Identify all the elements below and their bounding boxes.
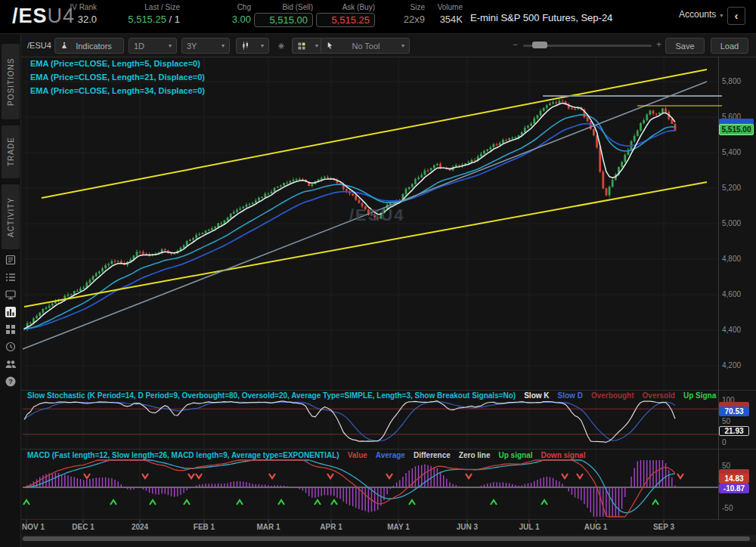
svg-text:5,200: 5,200 (722, 184, 741, 192)
down-signal-icon (466, 474, 472, 478)
svg-text:4,400: 4,400 (722, 326, 741, 334)
down-signal-icon (562, 474, 568, 478)
flask-icon (60, 41, 69, 51)
down-signal-icon (188, 474, 194, 478)
slow-d-badge: 70.53 (719, 406, 749, 416)
chart-toolbar: /ESU4 Indicators 1D▾ 3Y▾ ▾ ▾ No Tool ▾ −… (21, 34, 756, 57)
indicators-button[interactable]: Indicators (54, 38, 124, 54)
macd-legend[interactable]: MACD (Fast length=12, Slow length=26, MA… (27, 451, 717, 461)
chart-icon (5, 306, 17, 318)
up-signal-icon (541, 500, 547, 505)
slow-k-badge: 21.93 (719, 426, 749, 436)
ema5-study-label[interactable]: EMA (Price=CLOSE, Length=5, Displace=0) (30, 59, 200, 68)
drawing-tool-dropdown[interactable]: No Tool ▾ (321, 38, 410, 54)
x-axis-labels: NOV 1DEC 12024FEB 1MAR 1APR 1MAY 1JUN 3J… (22, 520, 675, 531)
macd-diff-badge: -10.87 (719, 484, 749, 493)
clock-icon (5, 341, 17, 353)
people-icon (5, 358, 17, 370)
sidebar-tab-activity[interactable]: ACTIVITY (2, 184, 20, 249)
svg-text:5,000: 5,000 (722, 219, 741, 227)
sidebar-tab-trade[interactable]: TRADE (2, 125, 20, 178)
down-signal-icon (196, 474, 202, 478)
ask-label: Ask (Buy) (316, 3, 375, 11)
volume-field: Volume 354K (428, 3, 463, 25)
down-signal-icon (677, 474, 683, 478)
chevron-down-icon: ▾ (401, 42, 404, 49)
chart-type-dropdown[interactable]: ▾ (236, 38, 269, 54)
monitor-icon (5, 289, 17, 301)
svg-text:4,200: 4,200 (722, 361, 741, 369)
symbol-watermark: /ESU4 (349, 206, 405, 225)
svg-text:50: 50 (722, 417, 731, 425)
chevron-down-icon: ▾ (261, 42, 264, 49)
ema21-study-label[interactable]: EMA (Price=CLOSE, Length=21, Displace=0) (30, 73, 205, 82)
sidebar-item-apps[interactable] (5, 323, 17, 335)
svg-text:2024: 2024 (132, 523, 149, 531)
zoom-in-icon[interactable]: + (656, 39, 662, 50)
chart-canvas[interactable]: 5,8005,6005,4005,2005,0004,8004,6004,400… (21, 57, 756, 547)
macd-study-label[interactable]: MACD (Fast length=12, Slow length=26, MA… (27, 451, 339, 459)
last-size-field: Last / Size 5,515.25 / 1 (98, 3, 180, 25)
down-signal-icon (84, 474, 90, 478)
chevron-down-icon: ▾ (720, 12, 723, 19)
cursor-icon (326, 41, 334, 51)
up-signal-icon (237, 500, 243, 505)
svg-text:JUN 3: JUN 3 (457, 523, 479, 531)
svg-text:MAY 1: MAY 1 (387, 523, 410, 531)
zoom-out-icon[interactable]: − (513, 39, 518, 50)
volume-label: Volume (428, 3, 463, 11)
chg-label: Chg (216, 3, 251, 11)
iv-rank-label: IV Rank (45, 3, 97, 11)
load-button[interactable]: Load (711, 38, 748, 54)
iv-rank-field: IV Rank 32.0 (45, 3, 97, 25)
size-value: 22x9 (393, 14, 425, 25)
grid-icon (5, 323, 17, 335)
sidebar-item-monitor[interactable] (5, 289, 17, 301)
stochastic-legend[interactable]: Slow Stochastic (K Period=14, D Period=9… (27, 391, 717, 401)
left-sidebar: POSITIONS TRADE ACTIVITY ? (0, 34, 21, 547)
sidebar-item-history[interactable] (5, 341, 17, 353)
up-signal-icon (331, 500, 337, 505)
stochastic-study-label[interactable]: Slow Stochastic (K Period=14, D Period=9… (27, 391, 516, 400)
svg-text:APR 1: APR 1 (320, 523, 342, 531)
iv-rank-value: 32.0 (45, 14, 97, 25)
chg-value: 3.00 (216, 14, 251, 25)
timeframe-dropdown[interactable]: 1D▾ (129, 38, 177, 54)
sidebar-item-help[interactable]: ? (5, 375, 17, 388)
down-signal-icon (577, 474, 583, 478)
sidebar-item-news[interactable] (5, 254, 17, 266)
ask-button[interactable]: 5,515.25 (316, 13, 375, 27)
down-signal-icon (386, 474, 392, 478)
ask-field: Ask (Buy) 5,515.25 (316, 3, 375, 27)
up-signal-icon (409, 500, 415, 505)
svg-text:DEC 1: DEC 1 (72, 523, 94, 531)
sidebar-item-share[interactable] (5, 358, 17, 370)
svg-text:5,400: 5,400 (722, 148, 741, 156)
ema34-study-label[interactable]: EMA (Price=CLOSE, Length=34, Displace=0) (30, 86, 205, 95)
range-dropdown[interactable]: 3Y▾ (181, 38, 230, 54)
svg-text:0: 0 (722, 438, 727, 447)
contract-description: E-mini S&P 500 Futures, Sep-24 (470, 12, 612, 23)
down-signal-icon (327, 474, 333, 478)
collapse-panel-button[interactable]: ‹ (727, 7, 745, 25)
svg-text:NOV 1: NOV 1 (22, 523, 45, 531)
chart-settings-button[interactable] (272, 38, 290, 54)
layout-dropdown[interactable]: ▾ (292, 38, 324, 54)
sidebar-item-watchlist[interactable] (5, 271, 17, 283)
sidebar-tab-positions[interactable]: POSITIONS (2, 44, 20, 119)
chevron-down-icon: ▾ (169, 42, 172, 49)
chart-scrollbar-thumb[interactable] (23, 536, 750, 541)
toolbar-symbol-tab[interactable]: /ESU4 (27, 41, 51, 50)
bid-button[interactable]: 5,515.00 (254, 13, 313, 27)
up-signal-icon (314, 500, 321, 505)
zoom-slider-thumb[interactable] (532, 42, 547, 48)
down-signal-icon (142, 474, 148, 478)
accounts-dropdown[interactable]: Accounts▾ (679, 9, 723, 20)
svg-text:JUL 1: JUL 1 (519, 523, 539, 531)
up-signal-icon (184, 500, 190, 505)
svg-text:5,800: 5,800 (722, 77, 741, 85)
save-button[interactable]: Save (665, 38, 705, 54)
svg-text:-50: -50 (722, 504, 733, 512)
up-signal-icon (110, 500, 116, 505)
sidebar-item-chart-active[interactable] (5, 306, 17, 318)
